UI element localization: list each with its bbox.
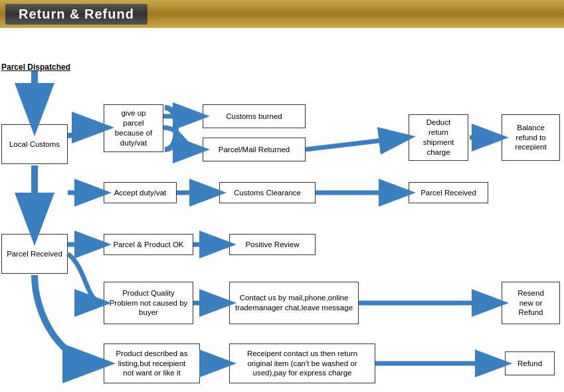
balance-refund-box: Balance refund to recepient [502,114,560,161]
product-described-box: Product described as listing,but receipi… [104,343,200,383]
product-quality-box: Product Quality Problem not caused by bu… [104,282,193,324]
header-title: Return & Refund [19,7,134,21]
parcel-mail-returned-box: Parcel/Mail Returned [203,138,306,161]
resend-refund-box: Resend new or Refund [502,282,560,324]
local-customs-box: Local Customs [1,124,68,164]
positive-review-box: Positive Review [229,234,316,255]
contact-us-box: Contact us by mail,phone,online trademan… [229,282,359,324]
parcel-product-ok-box: Parcel & Product OK [104,234,193,255]
parcel-dispatched-label: Parcel Dispatched [1,62,70,72]
svg-line-3 [306,138,407,149]
receipent-contact-box: Receipent contact us then return origina… [229,343,375,383]
deduct-return-box: Deduct return shipment charge [409,114,468,161]
customs-burned-box: Customs burned [203,104,306,128]
give-up-parcel-box: give up parcel because of duty/vat [104,104,163,152]
main-content: Parcel Dispatched Local Customs give up … [0,28,564,392]
flow-arrows [0,28,564,392]
parcel-received-top-box: Parcel Received [409,182,488,203]
parcel-received-box: Parcel Received [1,234,68,274]
refund-box: Refund [505,351,555,375]
header: Return & Refund [0,0,564,28]
accept-duty-box: Accept duty/vat [104,182,177,203]
customs-clearance-box: Customs Clearance [219,182,316,203]
header-title-box: Return & Refund [5,4,147,25]
